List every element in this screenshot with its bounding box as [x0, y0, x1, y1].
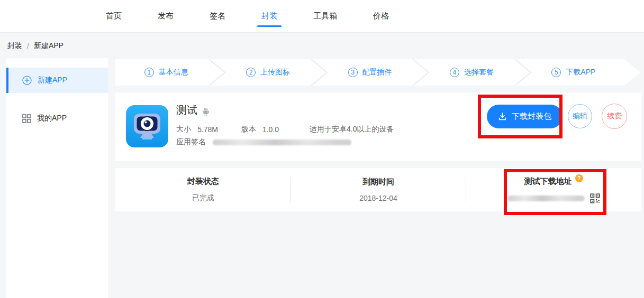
- signature-redacted-value: [213, 139, 351, 145]
- edit-button-label: 编辑: [573, 111, 587, 121]
- edit-button[interactable]: 编辑: [568, 104, 592, 128]
- step-number-circle: 2: [246, 68, 256, 77]
- nav-item-publish[interactable]: 发布: [152, 0, 179, 33]
- nav-item-home[interactable]: 首页: [101, 0, 127, 33]
- signature-label: 应用签名: [176, 137, 206, 147]
- compatibility-text: 适用于安卓4.0以上的设备: [310, 125, 394, 134]
- chevron-separator-icon: [310, 59, 328, 86]
- top-header: 首页 发布 签名 封装 工具箱 价格: [0, 0, 644, 33]
- step-basic-info[interactable]: 1 基本信息: [115, 59, 217, 86]
- app-signature-row: 应用签名: [176, 137, 351, 147]
- download-button-label: 下载封装包: [512, 111, 551, 122]
- test-download-address-text: 测试下载地址: [524, 176, 572, 187]
- step-number-circle: 5: [551, 68, 561, 77]
- breadcrumb-current: 新建APP: [34, 41, 64, 51]
- nav-item-package-active[interactable]: 封装: [256, 0, 283, 33]
- renew-button[interactable]: 续费: [602, 104, 627, 129]
- breadcrumb: 封装 / 新建APP: [7, 41, 64, 51]
- chevron-separator-icon: [412, 59, 430, 86]
- step-label: 基本信息: [159, 68, 188, 77]
- app-title: 测试: [176, 103, 197, 117]
- step-label: 上传图标: [260, 68, 290, 77]
- nav-item-toolbox[interactable]: 工具箱: [308, 0, 342, 33]
- qr-code-icon[interactable]: [590, 193, 600, 203]
- step-label: 选择套餐: [464, 68, 494, 77]
- step-configure-plugins[interactable]: 3 配置插件: [319, 59, 421, 86]
- test-download-address-column: 测试下载地址 ?: [466, 168, 641, 211]
- plus-circle-icon: [22, 76, 32, 85]
- app-icon: [126, 105, 168, 147]
- app-packaging-page: 首页 发布 签名 封装 工具箱 价格 封装 / 新建APP 新建APP: [0, 0, 644, 298]
- breadcrumb-separator: /: [27, 42, 29, 50]
- chevron-separator-icon: [514, 59, 532, 86]
- sidebar-item-label: 我的APP: [37, 114, 67, 123]
- nav-item-signature[interactable]: 签名: [204, 0, 231, 33]
- test-download-address-label: 测试下载地址 ?: [524, 176, 583, 187]
- grid-icon: [22, 114, 31, 123]
- expiry-date-column: 到期时间 2018-12-04: [291, 168, 466, 211]
- step-number-circle: 4: [450, 68, 459, 77]
- app-card: 测试 大小 5.78M 版本 1.0.0 适用: [115, 92, 641, 161]
- main-nav: 首页 发布 签名 封装 工具箱 价格: [101, 0, 420, 33]
- sidebar-item-new-app[interactable]: 新建APP: [6, 68, 108, 93]
- steps-bar: 1 基本信息 2 上传图标 3 配置插件 4 选择套餐 5 下载APP: [115, 59, 624, 86]
- test-download-address-value: [507, 193, 600, 203]
- version-label: 版本: [241, 125, 256, 134]
- android-icon: [202, 108, 210, 116]
- package-status-label: 封装状态: [187, 176, 219, 187]
- step-select-plan[interactable]: 4 选择套餐: [421, 59, 522, 86]
- renew-button-label: 续费: [607, 111, 622, 121]
- step-download-app[interactable]: 5 下载APP: [523, 59, 624, 86]
- sidebar-item-my-apps[interactable]: 我的APP: [6, 106, 108, 131]
- expiry-date-label: 到期时间: [362, 177, 394, 187]
- sidebar: 新建APP 我的APP: [6, 58, 108, 298]
- step-number-circle: 1: [144, 68, 154, 77]
- expiry-date-value: 2018-12-04: [359, 194, 397, 202]
- size-value: 5.78M: [197, 125, 218, 134]
- app-meta-row: 大小 5.78M 版本 1.0.0 适用于安卓4.0以上的设备: [176, 125, 394, 134]
- chevron-separator-icon: [208, 59, 226, 86]
- step-number-circle: 3: [348, 68, 358, 77]
- size-label: 大小: [176, 125, 191, 134]
- version-value: 1.0.0: [262, 125, 279, 134]
- status-panel: 封装状态 已完成 到期时间 2018-12-04 测试下载地址 ?: [115, 168, 641, 211]
- step-label: 下载APP: [566, 68, 595, 77]
- app-title-row: 测试: [176, 103, 210, 117]
- active-indicator-bar: [6, 68, 8, 93]
- package-status-value: 已完成: [192, 193, 214, 203]
- step-upload-icon[interactable]: 2 上传图标: [217, 59, 319, 86]
- help-icon[interactable]: ?: [575, 174, 583, 182]
- step-label: 配置插件: [362, 68, 392, 77]
- download-icon: [498, 112, 507, 121]
- breadcrumb-parent[interactable]: 封装: [7, 41, 22, 51]
- nav-item-price[interactable]: 价格: [368, 0, 394, 33]
- download-url-redacted[interactable]: [507, 195, 585, 201]
- download-package-button[interactable]: 下载封装包: [487, 105, 563, 128]
- sidebar-item-label: 新建APP: [38, 76, 67, 85]
- package-status-column: 封装状态 已完成: [115, 168, 291, 211]
